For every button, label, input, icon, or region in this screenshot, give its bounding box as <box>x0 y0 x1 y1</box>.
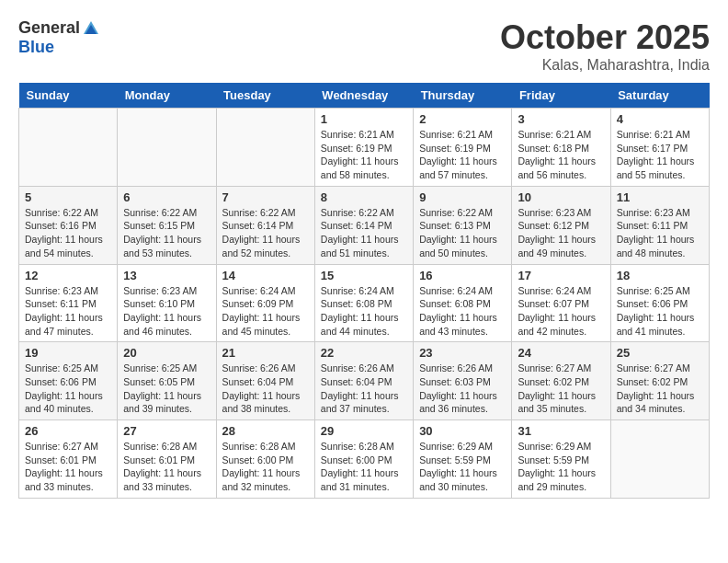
day-info: Sunrise: 6:26 AM Sunset: 6:03 PM Dayligh… <box>419 362 506 416</box>
day-number: 5 <box>25 190 111 204</box>
calendar-cell <box>216 109 314 187</box>
calendar-table: SundayMondayTuesdayWednesdayThursdayFrid… <box>18 83 710 499</box>
day-info: Sunrise: 6:23 AM Sunset: 6:11 PM Dayligh… <box>617 206 703 260</box>
day-info: Sunrise: 6:22 AM Sunset: 6:14 PM Dayligh… <box>321 206 407 260</box>
calendar-cell <box>118 109 216 187</box>
day-number: 19 <box>25 346 111 360</box>
day-number: 22 <box>321 346 407 360</box>
month-title: October 2025 <box>500 18 710 57</box>
logo-blue-text: Blue <box>18 38 54 57</box>
day-number: 12 <box>25 269 111 282</box>
calendar-cell: 9Sunrise: 6:22 AM Sunset: 6:13 PM Daylig… <box>414 186 512 264</box>
day-number: 8 <box>321 190 407 204</box>
calendar-week-row: 5Sunrise: 6:22 AM Sunset: 6:16 PM Daylig… <box>19 186 710 264</box>
day-info: Sunrise: 6:29 AM Sunset: 5:59 PM Dayligh… <box>518 440 604 494</box>
calendar-cell: 6Sunrise: 6:22 AM Sunset: 6:15 PM Daylig… <box>118 186 216 264</box>
day-number: 9 <box>419 190 506 204</box>
weekday-header-saturday: Saturday <box>610 83 709 109</box>
weekday-header-sunday: Sunday <box>19 83 118 109</box>
day-info: Sunrise: 6:21 AM Sunset: 6:18 PM Dayligh… <box>518 128 604 182</box>
day-info: Sunrise: 6:23 AM Sunset: 6:10 PM Dayligh… <box>123 284 210 339</box>
day-number: 21 <box>222 346 309 360</box>
day-number: 14 <box>222 269 309 282</box>
day-info: Sunrise: 6:25 AM Sunset: 6:06 PM Dayligh… <box>617 284 703 339</box>
calendar-cell: 21Sunrise: 6:26 AM Sunset: 6:04 PM Dayli… <box>216 342 314 420</box>
day-number: 11 <box>617 190 703 204</box>
day-number: 30 <box>419 424 506 438</box>
calendar-cell: 17Sunrise: 6:24 AM Sunset: 6:07 PM Dayli… <box>512 264 610 342</box>
calendar-cell: 13Sunrise: 6:23 AM Sunset: 6:10 PM Dayli… <box>118 264 216 342</box>
day-info: Sunrise: 6:25 AM Sunset: 6:05 PM Dayligh… <box>123 362 210 416</box>
calendar-week-row: 1Sunrise: 6:21 AM Sunset: 6:19 PM Daylig… <box>19 109 710 187</box>
calendar-header-row: SundayMondayTuesdayWednesdayThursdayFrid… <box>19 83 710 109</box>
calendar-cell: 25Sunrise: 6:27 AM Sunset: 6:02 PM Dayli… <box>610 342 709 420</box>
logo-general-text: General <box>18 18 80 38</box>
title-section: October 2025 Kalas, Maharashtra, India <box>500 18 710 74</box>
day-info: Sunrise: 6:22 AM Sunset: 6:16 PM Dayligh… <box>25 206 111 260</box>
day-number: 2 <box>419 112 506 126</box>
calendar-cell: 8Sunrise: 6:22 AM Sunset: 6:14 PM Daylig… <box>314 186 413 264</box>
calendar-week-row: 19Sunrise: 6:25 AM Sunset: 6:06 PM Dayli… <box>19 342 710 420</box>
weekday-header-wednesday: Wednesday <box>314 83 413 109</box>
calendar-cell: 27Sunrise: 6:28 AM Sunset: 6:01 PM Dayli… <box>118 420 216 499</box>
calendar-cell: 26Sunrise: 6:27 AM Sunset: 6:01 PM Dayli… <box>19 420 118 499</box>
day-info: Sunrise: 6:22 AM Sunset: 6:15 PM Dayligh… <box>123 206 210 260</box>
calendar-cell: 7Sunrise: 6:22 AM Sunset: 6:14 PM Daylig… <box>216 186 314 264</box>
calendar-week-row: 26Sunrise: 6:27 AM Sunset: 6:01 PM Dayli… <box>19 420 710 499</box>
day-number: 29 <box>321 424 407 438</box>
day-number: 31 <box>518 424 604 438</box>
day-info: Sunrise: 6:29 AM Sunset: 5:59 PM Dayligh… <box>419 440 506 494</box>
calendar-cell: 18Sunrise: 6:25 AM Sunset: 6:06 PM Dayli… <box>610 264 709 342</box>
day-info: Sunrise: 6:22 AM Sunset: 6:13 PM Dayligh… <box>419 206 506 260</box>
day-number: 25 <box>617 346 703 360</box>
calendar-cell: 4Sunrise: 6:21 AM Sunset: 6:17 PM Daylig… <box>610 109 709 187</box>
calendar-cell: 22Sunrise: 6:26 AM Sunset: 6:04 PM Dayli… <box>314 342 413 420</box>
day-info: Sunrise: 6:27 AM Sunset: 6:02 PM Dayligh… <box>617 362 703 416</box>
day-info: Sunrise: 6:22 AM Sunset: 6:14 PM Dayligh… <box>222 206 309 260</box>
day-info: Sunrise: 6:24 AM Sunset: 6:08 PM Dayligh… <box>321 284 407 339</box>
calendar-cell <box>19 109 118 187</box>
day-number: 3 <box>518 112 604 126</box>
day-number: 20 <box>123 346 210 360</box>
day-info: Sunrise: 6:27 AM Sunset: 6:02 PM Dayligh… <box>518 362 604 416</box>
day-info: Sunrise: 6:23 AM Sunset: 6:11 PM Dayligh… <box>25 284 111 339</box>
calendar-cell: 11Sunrise: 6:23 AM Sunset: 6:11 PM Dayli… <box>610 186 709 264</box>
day-number: 17 <box>518 269 604 282</box>
location-subtitle: Kalas, Maharashtra, India <box>500 57 710 74</box>
day-info: Sunrise: 6:27 AM Sunset: 6:01 PM Dayligh… <box>25 440 111 494</box>
calendar-cell: 3Sunrise: 6:21 AM Sunset: 6:18 PM Daylig… <box>512 109 610 187</box>
day-number: 23 <box>419 346 506 360</box>
weekday-header-monday: Monday <box>118 83 216 109</box>
calendar-cell: 23Sunrise: 6:26 AM Sunset: 6:03 PM Dayli… <box>414 342 512 420</box>
day-number: 1 <box>321 112 407 126</box>
logo: General Blue <box>18 18 100 57</box>
day-info: Sunrise: 6:23 AM Sunset: 6:12 PM Dayligh… <box>518 206 604 260</box>
day-number: 26 <box>25 424 111 438</box>
weekday-header-thursday: Thursday <box>414 83 512 109</box>
weekday-header-tuesday: Tuesday <box>216 83 314 109</box>
weekday-header-friday: Friday <box>512 83 610 109</box>
calendar-cell: 10Sunrise: 6:23 AM Sunset: 6:12 PM Dayli… <box>512 186 610 264</box>
day-info: Sunrise: 6:28 AM Sunset: 6:00 PM Dayligh… <box>222 440 309 494</box>
calendar-cell: 15Sunrise: 6:24 AM Sunset: 6:08 PM Dayli… <box>314 264 413 342</box>
day-number: 10 <box>518 190 604 204</box>
page-header: General Blue October 2025 Kalas, Maharas… <box>18 18 710 74</box>
day-info: Sunrise: 6:26 AM Sunset: 6:04 PM Dayligh… <box>321 362 407 416</box>
calendar-cell <box>610 420 709 499</box>
day-info: Sunrise: 6:24 AM Sunset: 6:08 PM Dayligh… <box>419 284 506 339</box>
day-info: Sunrise: 6:24 AM Sunset: 6:07 PM Dayligh… <box>518 284 604 339</box>
calendar-cell: 31Sunrise: 6:29 AM Sunset: 5:59 PM Dayli… <box>512 420 610 499</box>
calendar-cell: 2Sunrise: 6:21 AM Sunset: 6:19 PM Daylig… <box>414 109 512 187</box>
day-number: 13 <box>123 269 210 282</box>
calendar-cell: 24Sunrise: 6:27 AM Sunset: 6:02 PM Dayli… <box>512 342 610 420</box>
calendar-cell: 12Sunrise: 6:23 AM Sunset: 6:11 PM Dayli… <box>19 264 118 342</box>
calendar-cell: 16Sunrise: 6:24 AM Sunset: 6:08 PM Dayli… <box>414 264 512 342</box>
day-number: 18 <box>617 269 703 282</box>
calendar-cell: 30Sunrise: 6:29 AM Sunset: 5:59 PM Dayli… <box>414 420 512 499</box>
day-info: Sunrise: 6:21 AM Sunset: 6:17 PM Dayligh… <box>617 128 703 182</box>
day-number: 6 <box>123 190 210 204</box>
calendar-cell: 5Sunrise: 6:22 AM Sunset: 6:16 PM Daylig… <box>19 186 118 264</box>
day-number: 16 <box>419 269 506 282</box>
calendar-cell: 28Sunrise: 6:28 AM Sunset: 6:00 PM Dayli… <box>216 420 314 499</box>
calendar-cell: 19Sunrise: 6:25 AM Sunset: 6:06 PM Dayli… <box>19 342 118 420</box>
